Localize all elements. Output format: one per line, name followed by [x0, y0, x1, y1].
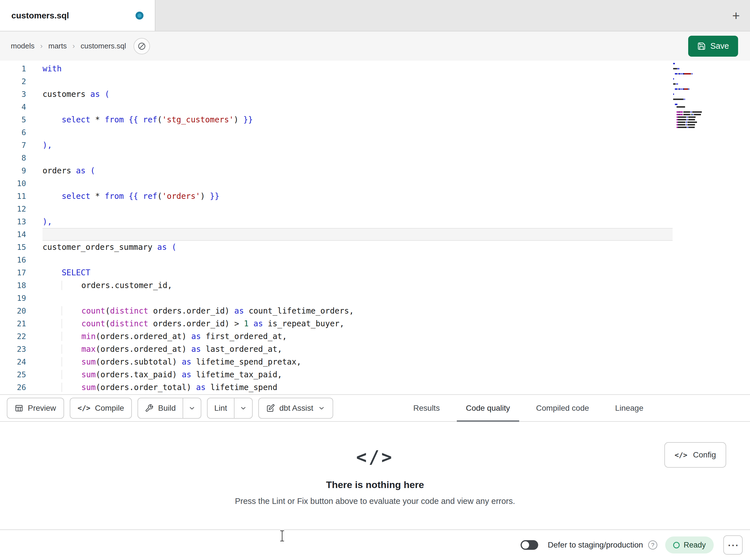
code-text: sum(orders.order_total) as lifetime_spen…: [42, 381, 673, 394]
indent-guide: [42, 281, 62, 290]
code-line[interactable]: 10: [0, 177, 673, 190]
lint-dropdown-button[interactable]: [234, 398, 252, 418]
status-badge[interactable]: Ready: [665, 537, 714, 554]
build-dropdown-button[interactable]: [183, 398, 201, 418]
panel-tab-lineage[interactable]: Lineage: [602, 395, 656, 421]
code-line[interactable]: 18 orders.customer_id,: [0, 279, 673, 292]
minimap-row: [673, 65, 716, 67]
minimap-row: [673, 63, 716, 64]
minimap-row: [673, 127, 716, 128]
defer-toggle[interactable]: [520, 540, 538, 550]
preview-button-label: Preview: [28, 403, 56, 413]
circle-slash-icon: [138, 42, 146, 50]
code-text: orders.customer_id,: [42, 279, 673, 292]
minimap-row: [673, 124, 716, 125]
minimap-row: [673, 94, 716, 95]
save-button[interactable]: Save: [688, 36, 738, 57]
code-line[interactable]: 6: [0, 126, 673, 139]
indent-guide: [42, 370, 62, 379]
minimap-row: [673, 122, 716, 123]
code-line[interactable]: 5 select * from {{ ref('stg_customers') …: [0, 113, 673, 126]
dbt-assist-button[interactable]: dbt Assist: [258, 398, 333, 419]
defer-label: Defer to staging/production: [548, 540, 643, 549]
code-line[interactable]: 13),: [0, 215, 673, 228]
empty-code-icon: </>: [356, 447, 394, 468]
lint-button[interactable]: Lint: [208, 398, 234, 418]
minimap-row: [673, 86, 716, 87]
panel-tab-results[interactable]: Results: [400, 395, 453, 421]
minimap-row: [673, 104, 716, 105]
code-line[interactable]: 3customers as (: [0, 88, 673, 101]
breadcrumb-item[interactable]: models: [11, 42, 35, 50]
minimap-row: [673, 99, 716, 100]
code-text: with: [42, 62, 673, 75]
status-bar: Defer to staging/production ? Ready ⋯: [0, 530, 750, 560]
code-text: [42, 151, 673, 164]
breadcrumb-separator: ›: [40, 42, 43, 50]
more-options-button[interactable]: ⋯: [723, 535, 743, 555]
line-number: 7: [0, 139, 26, 151]
indent-guide: [42, 383, 62, 392]
code-line[interactable]: 1with: [0, 62, 673, 75]
panel-tab-code-quality[interactable]: Code quality: [453, 395, 523, 421]
code-line[interactable]: 24 sum(orders.subtotal) as lifetime_spen…: [0, 355, 673, 368]
line-number: 4: [0, 101, 26, 113]
code-line[interactable]: 20 count(distinct orders.order_id) as co…: [0, 305, 673, 317]
minimap-row: [673, 106, 716, 108]
code-line[interactable]: 2: [0, 75, 673, 88]
code-line[interactable]: 22 min(orders.ordered_at) as first_order…: [0, 330, 673, 343]
minimap[interactable]: [673, 63, 716, 129]
code-line[interactable]: 4: [0, 101, 673, 113]
code-line[interactable]: 21 count(distinct orders.order_id) > 1 a…: [0, 317, 673, 330]
table-icon: [15, 404, 23, 412]
code-text: ),: [42, 139, 673, 151]
code-line[interactable]: 16: [0, 253, 673, 266]
code-text: orders as (: [42, 164, 673, 177]
code-line[interactable]: 12: [0, 203, 673, 215]
preview-button[interactable]: Preview: [7, 398, 64, 419]
code-line[interactable]: 7),: [0, 139, 673, 151]
minimap-row: [673, 81, 716, 82]
code-quality-panel: </> Config </> There is nothing here Pre…: [0, 422, 750, 530]
line-number: 24: [0, 355, 26, 368]
line-number: 8: [0, 151, 26, 164]
code-line[interactable]: 26 sum(orders.order_total) as lifetime_s…: [0, 381, 673, 394]
minimap-row: [673, 111, 716, 113]
code-text: [42, 177, 673, 190]
line-number: 17: [0, 266, 26, 279]
code-text: customers as (: [42, 88, 673, 101]
compile-button[interactable]: </> Compile: [70, 398, 132, 419]
code-line[interactable]: 15customer_orders_summary as (: [0, 241, 673, 253]
dbt-assist-button-label: dbt Assist: [279, 403, 313, 413]
breadcrumb: models›marts›customers.sql: [11, 42, 126, 50]
code-line[interactable]: 23 max(orders.ordered_at) as last_ordere…: [0, 343, 673, 355]
code-line[interactable]: 19: [0, 292, 673, 305]
code-line[interactable]: 11 select * from {{ ref('orders') }}: [0, 190, 673, 203]
editor-toolbar: Preview </> Compile Build: [0, 394, 750, 422]
build-button[interactable]: Build: [138, 398, 182, 418]
panel-tabs: ResultsCode qualityCompiled codeLineage: [400, 395, 656, 421]
file-info-button[interactable]: [134, 38, 150, 55]
empty-state: </> There is nothing here Press the Lint…: [0, 422, 750, 506]
code-line[interactable]: 14: [0, 228, 673, 241]
code-line[interactable]: 9orders as (: [0, 164, 673, 177]
code-line[interactable]: 25 sum(orders.tax_paid) as lifetime_tax_…: [0, 368, 673, 381]
code-line[interactable]: 17 SELECT: [0, 266, 673, 279]
code-line[interactable]: 8: [0, 151, 673, 164]
code-editor[interactable]: 1with23customers as (45 select * from {{…: [0, 61, 750, 394]
minimap-row: [673, 101, 716, 103]
indent-guide: [42, 319, 62, 328]
help-icon[interactable]: ?: [648, 540, 657, 549]
code-text: SELECT: [42, 266, 673, 279]
breadcrumb-item[interactable]: marts: [48, 42, 67, 50]
line-number: 22: [0, 330, 26, 343]
breadcrumb-item[interactable]: customers.sql: [81, 42, 126, 50]
indent-guide: [42, 357, 62, 367]
code-text: count(distinct orders.order_id) > 1 as i…: [42, 317, 673, 330]
line-number: 10: [0, 177, 26, 190]
new-tab-button[interactable]: +: [732, 9, 740, 22]
chevron-down-icon: [188, 405, 196, 412]
panel-tab-compiled-code[interactable]: Compiled code: [523, 395, 602, 421]
file-tab-customers-sql[interactable]: customers.sql: [0, 0, 155, 31]
empty-state-subtitle: Press the Lint or Fix button above to ev…: [235, 497, 515, 506]
